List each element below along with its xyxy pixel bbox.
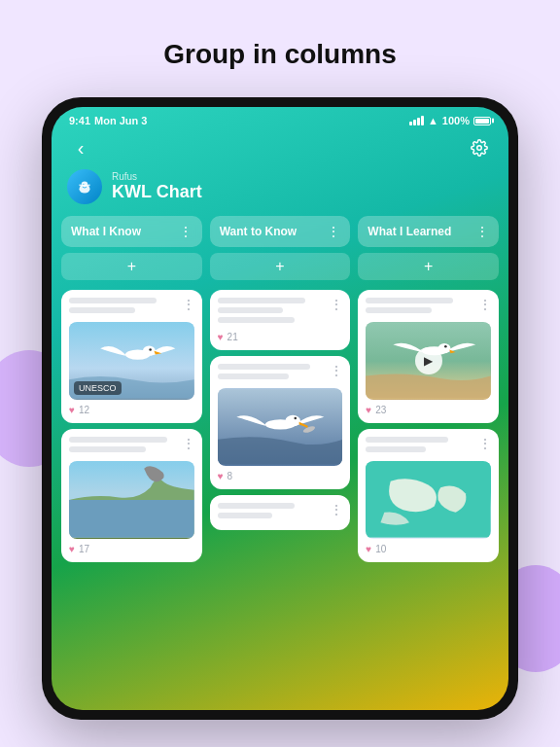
card-2-header: ⋮: [69, 437, 194, 456]
battery-label: 100%: [442, 115, 470, 126]
settings-button[interactable]: [466, 134, 493, 161]
heart-icon-2: ♥: [69, 544, 75, 554]
column-header-what-i-learned: What I Learned ⋮: [358, 216, 499, 247]
status-bar: 9:41 Mon Jun 3 ▲ 100%: [52, 107, 508, 130]
svg-point-3: [83, 184, 84, 185]
play-button[interactable]: ▶: [415, 347, 442, 374]
column-what-i-know: What I Know ⋮ + ⋮: [61, 216, 202, 710]
card-2-want-menu[interactable]: ⋮: [327, 364, 342, 377]
column-what-i-learned: What I Learned ⋮ + ⋮: [358, 216, 499, 710]
card-1-want: ⋮ ♥ 21: [210, 290, 351, 350]
card-2-likes: 17: [79, 544, 89, 554]
back-button[interactable]: ‹: [67, 134, 94, 161]
svg-point-17: [438, 343, 451, 353]
card-2-learned-footer: ♥ 10: [366, 544, 491, 554]
app-avatar: [67, 169, 102, 204]
card-2-menu[interactable]: ⋮: [179, 437, 194, 450]
time: 9:41: [69, 115, 90, 126]
card-1-want-footer: ♥ 21: [218, 332, 343, 342]
heart-icon-5: ♥: [366, 405, 371, 415]
app-title-text: Rufus KWL Chart: [112, 171, 202, 202]
cards-want-to-know: ⋮ ♥ 21 ⋮: [210, 290, 351, 710]
svg-point-13: [294, 417, 297, 420]
card-1-learned: ⋮: [358, 290, 499, 423]
svg-point-18: [444, 345, 447, 348]
coast-svg: [69, 461, 194, 539]
card-1-likes: 12: [79, 405, 89, 415]
card-1-learned-header: ⋮: [366, 298, 491, 317]
wifi-icon: ▲: [428, 115, 438, 126]
heart-icon-4: ♥: [218, 471, 224, 481]
card-2-learned-header: ⋮: [366, 437, 491, 456]
card-3-want-header: ⋮: [218, 503, 343, 522]
column-title-what-i-know: What I Know: [71, 225, 141, 238]
card-1-want-header: ⋮: [218, 298, 343, 327]
map-svg: [366, 461, 491, 539]
add-card-what-i-learned[interactable]: +: [358, 253, 499, 280]
card-1-tag: UNESCO: [74, 381, 122, 395]
card-1-want-likes: 21: [228, 332, 238, 342]
column-menu-what-i-learned[interactable]: ⋮: [475, 224, 489, 239]
svg-rect-9: [69, 500, 194, 538]
columns-area: What I Know ⋮ + ⋮: [52, 216, 508, 710]
page-title: Group in columns: [163, 39, 397, 70]
card-2-footer: ♥ 17: [69, 544, 194, 554]
gear-icon: [471, 139, 488, 157]
card-2-learned-image: [366, 461, 491, 539]
app-name: KWL Chart: [112, 182, 202, 202]
card-2-want-header: ⋮: [218, 364, 343, 383]
column-want-to-know: Want to Know ⋮ + ⋮: [210, 216, 351, 710]
card-1-learned-footer: ♥ 23: [366, 405, 491, 415]
card-2-image: [69, 461, 194, 539]
column-menu-want-to-know[interactable]: ⋮: [327, 224, 340, 239]
card-3-want-menu[interactable]: ⋮: [327, 503, 342, 516]
svg-point-0: [477, 146, 482, 151]
card-2-learned-likes: 10: [375, 544, 386, 554]
card-2-want-likes: 8: [228, 471, 233, 481]
column-title-what-i-learned: What I Learned: [368, 225, 451, 238]
svg-point-7: [149, 348, 152, 351]
seagull2-svg: [218, 388, 343, 466]
cards-what-i-learned: ⋮: [358, 290, 499, 710]
card-1-learned-image: ▶: [366, 322, 491, 400]
card-2-want-footer: ♥ 8: [218, 471, 343, 481]
card-1-image: UNESCO: [69, 322, 194, 400]
card-1-menu[interactable]: ⋮: [179, 298, 194, 311]
add-card-what-i-know[interactable]: +: [61, 253, 202, 280]
heart-icon-3: ♥: [218, 332, 224, 342]
card-2-learned-menu[interactable]: ⋮: [475, 437, 491, 450]
card-1-footer: ♥ 12: [69, 405, 194, 415]
card-1-learned-likes: 23: [375, 405, 386, 415]
add-card-want-to-know[interactable]: +: [210, 253, 351, 280]
svg-point-6: [143, 346, 156, 356]
heart-icon: ♥: [69, 405, 75, 415]
card-1-know: ⋮: [61, 290, 202, 423]
status-right: ▲ 100%: [409, 115, 491, 126]
status-left: 9:41 Mon Jun 3: [69, 115, 147, 126]
column-header-want-to-know: Want to Know ⋮: [210, 216, 351, 247]
card-1-learned-menu[interactable]: ⋮: [475, 298, 491, 311]
date: Mon Jun 3: [94, 115, 147, 126]
app-header: ‹: [52, 130, 508, 169]
app-title-area: Rufus KWL Chart: [52, 169, 508, 216]
svg-point-12: [285, 415, 299, 427]
device-screen: 9:41 Mon Jun 3 ▲ 100% ‹: [52, 107, 508, 710]
column-header-what-i-know: What I Know ⋮: [61, 216, 202, 247]
svg-point-2: [82, 182, 88, 189]
cards-what-i-know: ⋮: [61, 290, 202, 710]
card-2-want: ⋮: [210, 356, 351, 489]
column-title-want-to-know: Want to Know: [220, 225, 298, 238]
card-2-want-image: [218, 388, 343, 466]
app-subtitle: Rufus: [112, 171, 202, 182]
card-2-learned: ⋮: [358, 429, 499, 562]
battery-icon: [473, 117, 491, 125]
column-menu-what-i-know[interactable]: ⋮: [179, 224, 192, 239]
heart-icon-6: ♥: [366, 544, 371, 554]
signal-icon: [409, 116, 424, 125]
card-3-want: ⋮: [210, 495, 351, 530]
card-1-want-menu[interactable]: ⋮: [327, 298, 342, 311]
card-2-know: ⋮: [61, 429, 202, 562]
device-frame: 9:41 Mon Jun 3 ▲ 100% ‹: [42, 97, 518, 720]
avatar-bird-icon: [74, 176, 95, 197]
card-1-header: ⋮: [69, 298, 194, 317]
